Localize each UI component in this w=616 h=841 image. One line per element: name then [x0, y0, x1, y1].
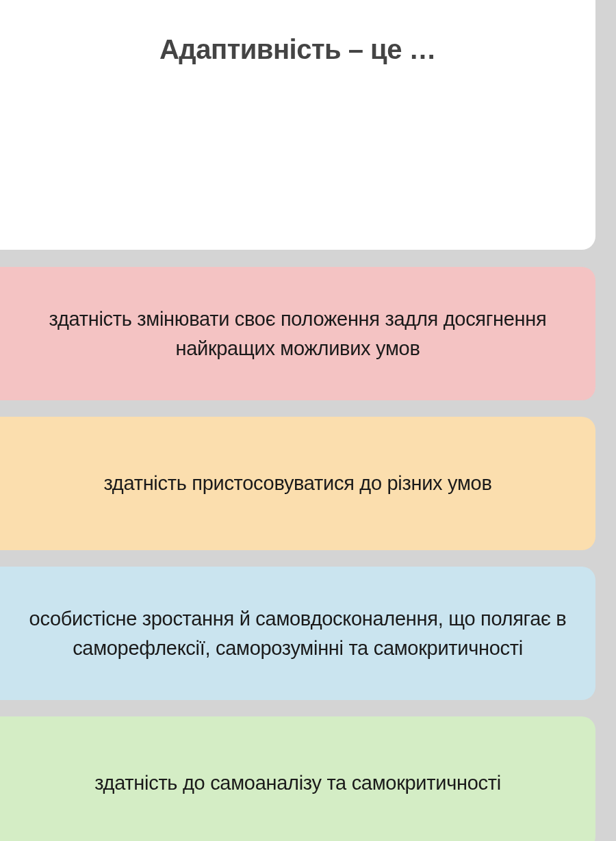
answer-option-text: здатність до самоаналізу та самокритично…: [94, 768, 501, 797]
answer-option-text: здатність пристосовуватися до різних умо…: [103, 469, 491, 497]
answer-option-text: здатність змінювати своє положення задля…: [21, 305, 575, 362]
answer-option-text: особистісне зростання й самовдосконаленн…: [21, 604, 575, 662]
answer-option-2[interactable]: здатність пристосовуватися до різних умо…: [0, 417, 595, 550]
question-card: Адаптивність – це …: [0, 0, 595, 250]
quiz-container: Адаптивність – це … здатність змінювати …: [0, 0, 616, 841]
question-title: Адаптивність – це …: [27, 34, 568, 65]
answer-option-4[interactable]: здатність до самоаналізу та самокритично…: [0, 716, 595, 841]
answer-option-3[interactable]: особистісне зростання й самовдосконаленн…: [0, 567, 595, 700]
options-container: здатність змінювати своє положення задля…: [0, 267, 595, 841]
answer-option-1[interactable]: здатність змінювати своє положення задля…: [0, 267, 595, 400]
